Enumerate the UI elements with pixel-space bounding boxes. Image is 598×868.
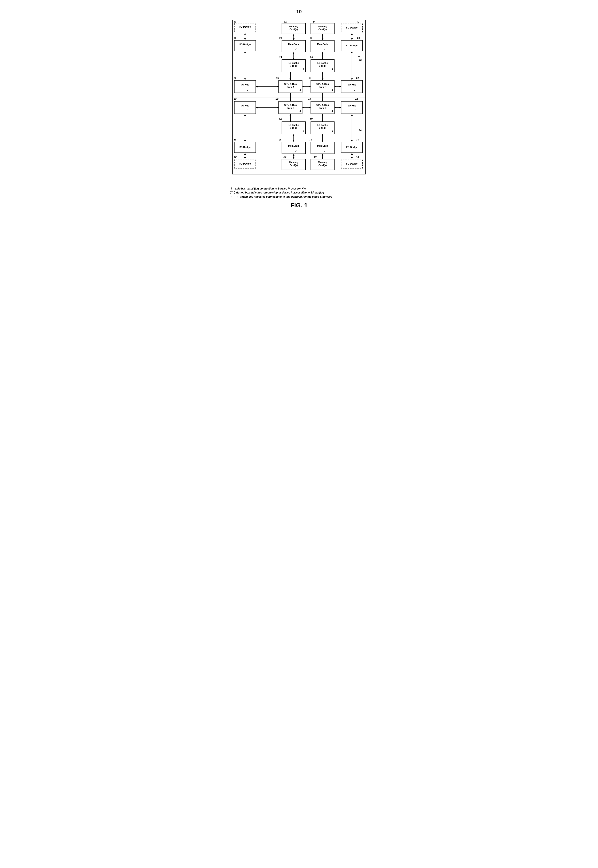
svg-rect-100 [234,101,256,114]
svg-text:& Cntlr: & Cntlr [318,65,326,67]
svg-marker-180 [244,114,246,116]
svg-text:26': 26' [309,118,313,121]
svg-text:22: 22 [356,77,359,79]
svg-text:Memory: Memory [289,25,298,28]
svg-text:Card(s): Card(s) [290,164,298,167]
diagram: 40 32 34 42 12 I/O Device Memory Card(s)… [230,18,368,185]
svg-marker-174 [293,154,295,156]
svg-text:Memory: Memory [289,161,298,164]
svg-marker-72 [322,52,323,54]
legend-j: J = chip has serial jtag connection to S… [230,187,368,190]
svg-rect-2 [234,23,256,33]
svg-text:MemCntlr: MemCntlr [317,145,328,147]
svg-text:L3 Cache: L3 Cache [317,62,328,64]
svg-rect-130 [282,142,306,154]
svg-text:42': 42' [356,155,359,158]
svg-marker-87 [309,86,311,88]
ref-42: 42 [357,20,360,23]
svg-text:J: J [332,130,333,133]
svg-text:I/O Hub: I/O Hub [241,104,249,107]
svg-marker-162 [290,114,291,116]
svg-text:30: 30 [309,37,312,39]
svg-text:MemCntlr: MemCntlr [317,43,328,46]
svg-marker-69 [322,34,323,36]
legend-dotted-box: dotted box indicates remote chip or devi… [230,191,368,194]
svg-marker-70 [322,39,323,40]
svg-text:Card(s): Card(s) [290,28,298,31]
svg-text:I/O Device: I/O Device [346,26,358,29]
svg-text:J: J [332,89,333,92]
svg-text:I/O Device: I/O Device [239,163,251,165]
svg-rect-39 [234,81,256,93]
dotted-box-icon [230,191,235,194]
svg-marker-169 [293,140,295,142]
svg-text:36: 36 [234,37,236,39]
svg-rect-50 [341,81,363,93]
svg-marker-75 [322,72,323,74]
legend: J = chip has serial jtag connection to S… [230,187,368,198]
svg-marker-63 [293,52,295,54]
svg-text:28: 28 [280,37,282,39]
svg-text:& Cntlr: & Cntlr [290,127,298,130]
legend-dotted-line-text: dotted line indicates connections to and… [240,195,332,198]
svg-marker-84 [277,86,278,88]
ref-34: 34 [313,20,315,23]
svg-text:& Cntlr: & Cntlr [318,127,326,130]
svg-text:CPU & Bus: CPU & Bus [316,104,329,106]
ref-14: 14 [359,129,362,132]
svg-text:I/O Bridge: I/O Bridge [239,146,251,148]
svg-marker-76 [322,78,323,80]
svg-marker-73 [322,58,323,60]
svg-rect-0 [233,20,366,97]
svg-marker-163 [290,120,291,121]
svg-text:24': 24' [279,118,282,121]
svg-marker-90 [339,86,341,88]
svg-marker-57 [244,78,246,80]
svg-marker-187 [351,140,353,142]
svg-marker-183 [244,153,246,155]
io-device-40: I/O Device [239,25,251,28]
svg-text:40': 40' [234,155,237,158]
svg-marker-159 [339,107,341,109]
svg-text:J: J [332,68,333,71]
svg-text:CPU & Bus: CPU & Bus [284,83,297,85]
ref-40: 40 [234,20,236,23]
svg-text:28': 28' [279,138,282,141]
svg-marker-189 [351,153,353,155]
svg-marker-172 [322,140,323,142]
svg-marker-58 [244,51,246,53]
svg-rect-17 [282,40,306,52]
svg-marker-55 [244,39,246,40]
fig-label: FIG. 1 [230,202,368,209]
svg-marker-165 [322,114,323,116]
svg-text:26: 26 [310,56,313,58]
svg-text:16: 16 [276,77,279,79]
svg-text:J: J [299,110,301,113]
svg-marker-91 [335,86,336,88]
svg-marker-93 [290,100,291,101]
page: 10 40 32 34 42 12 I/O Device Memory Card… [224,4,374,218]
svg-text:MemCntlr: MemCntlr [288,43,299,46]
page-number: 10 [230,9,368,15]
svg-text:I/O Hub: I/O Hub [241,83,249,86]
svg-rect-1 [233,97,366,174]
svg-marker-178 [322,157,323,159]
svg-text:J: J [324,149,326,152]
svg-text:36': 36' [234,138,237,141]
svg-marker-60 [293,34,295,36]
svg-text:32': 32' [283,155,286,158]
svg-text:J: J [299,89,301,92]
svg-text:Card(s): Card(s) [318,164,327,167]
svg-text:Cntlr D: Cntlr D [287,107,295,109]
svg-marker-168 [293,134,295,136]
svg-marker-186 [351,114,353,116]
svg-text:J: J [354,88,356,91]
svg-text:20: 20 [234,77,236,79]
svg-text:CPU & Bus: CPU & Bus [284,104,297,106]
svg-marker-156 [309,107,311,109]
svg-text:L3 Cache: L3 Cache [289,62,299,64]
dotted-arrow-icon: ←∙∙→ [230,195,238,198]
svg-text:16': 16' [275,97,278,100]
svg-marker-61 [293,39,295,40]
svg-rect-20 [311,40,334,52]
